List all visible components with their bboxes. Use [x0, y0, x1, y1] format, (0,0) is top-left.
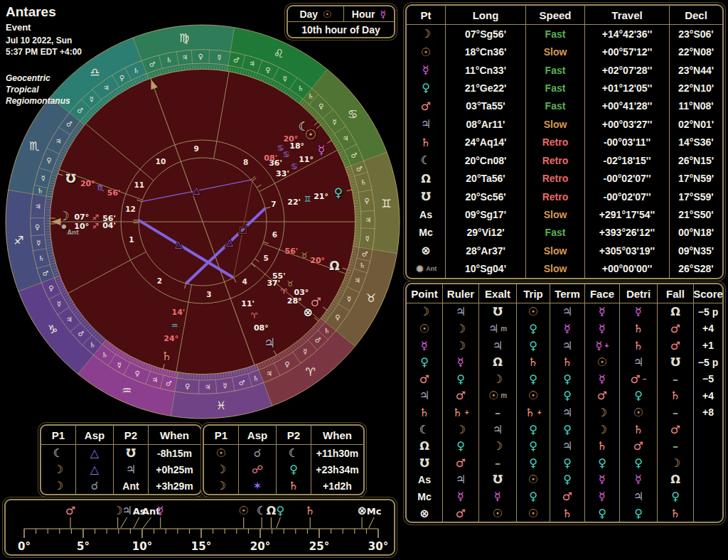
fortune-degree-label: 28°	[287, 296, 302, 306]
table-row: ☽✶♄+1d2h	[204, 478, 363, 494]
lilith-minute-label: 08'	[264, 154, 277, 163]
table-cell: ☿	[619, 471, 657, 488]
table-cell: 11°Cn33'	[445, 61, 525, 79]
table-cell: ☽	[407, 25, 445, 43]
term-glyph: ♂	[315, 336, 321, 344]
table-row: ☾20°Cn08'Retro-02°18'15''26°N15'	[407, 151, 722, 169]
table-cell: +3h29m	[148, 478, 200, 494]
mercury-icon: ☿	[380, 9, 387, 20]
table-cell: ♃	[550, 337, 584, 354]
table-row: ⊗28°Ar37'Slow+305°03'19''09°N35'	[407, 242, 722, 259]
glyph: ♃	[126, 463, 136, 476]
table-cell: 20°Sc56'	[445, 188, 525, 205]
table-cell: ☽	[442, 421, 478, 438]
table-cell: ♀	[584, 505, 619, 522]
table-cell: ♀	[516, 421, 550, 438]
table-cell: 07°Sg56'	[445, 25, 525, 43]
term-glyph: ♂	[239, 379, 245, 387]
glyph: ☾	[419, 423, 429, 436]
glyph: ☽	[216, 463, 226, 476]
table-cell: Fast	[525, 224, 584, 242]
glyph: ♃	[562, 339, 572, 352]
table-cell: 09°N35'	[669, 242, 722, 259]
table-cell: 23°N44'	[669, 61, 722, 79]
column-header-ruler: Ruler	[442, 284, 478, 303]
ant-sign-label: ♐	[92, 222, 99, 231]
house-number-8: 8	[243, 158, 248, 166]
table-cell	[693, 471, 722, 488]
glyph: ♀	[634, 389, 643, 402]
table-cell: ☌	[238, 445, 276, 461]
ruler-item-♀: ♀	[277, 504, 285, 517]
table-cell: ♄	[550, 354, 584, 371]
dignities-table: PointRulerExaltTripTermFaceDetriFallScor…	[405, 283, 724, 523]
term-glyph: ☿	[223, 382, 227, 389]
table-row: ☉☽♃m♀☿☿♄♂+4	[407, 321, 722, 338]
glyph: ♂	[419, 372, 429, 386]
glyph: ☽	[53, 479, 63, 492]
glyph: ♃	[633, 490, 643, 503]
house-number-11: 11	[134, 181, 144, 189]
table-cell: 10°Sg04'	[445, 259, 525, 277]
table-cell: △	[75, 461, 113, 478]
mercury-glyph: ☿	[318, 143, 325, 157]
glyph: ☽	[670, 456, 680, 470]
house-number-4: 4	[242, 277, 247, 286]
glyph: ♄	[562, 355, 572, 369]
table-cell: ℧	[407, 188, 445, 205]
table-cell: Ω	[407, 438, 442, 455]
glyph: ☿	[599, 473, 606, 486]
table-cell: ♃	[478, 337, 516, 354]
glyph: ♀	[422, 81, 430, 95]
venus-minute-label: 22'	[287, 198, 301, 207]
column-header-travel: Travel	[584, 6, 669, 24]
term-glyph: ♃	[343, 134, 349, 142]
saturn-sign-label: ♒	[171, 321, 178, 330]
table-row: As♃℧☉♀☿☿Ω	[407, 471, 722, 488]
glyph: ☉	[419, 322, 429, 335]
glyph: ♃	[456, 305, 466, 318]
nnode-glyph: Ω	[329, 259, 339, 273]
glyph: Ω	[670, 473, 680, 486]
table-cell: ♂	[619, 438, 657, 455]
aries-sign-icon: ♈	[306, 365, 316, 379]
table-cell: ♂	[442, 387, 478, 404]
column-header-point: Point	[407, 284, 442, 303]
table-cell: ☽	[442, 337, 478, 354]
term-glyph: ☿	[347, 295, 351, 303]
column-header-asp: Asp	[75, 426, 113, 444]
term-glyph: ♂	[356, 165, 363, 173]
glyph: △	[90, 446, 99, 460]
table-cell: Slow	[525, 115, 584, 133]
mars-sign-label: ♉	[287, 279, 294, 289]
table-cell: ♂	[407, 370, 442, 387]
house-number-2: 2	[157, 276, 162, 285]
glyph: ℧	[421, 190, 431, 203]
table-cell: ℧	[478, 471, 516, 488]
glyph: ☉	[633, 406, 643, 419]
column-header-speed: Speed	[525, 6, 584, 24]
column-header-p1: P1	[204, 426, 238, 444]
table-cell: Fast	[525, 97, 584, 115]
glyph: ℧	[419, 456, 429, 470]
glyph: ☽	[597, 406, 607, 419]
glyph: ⊗	[421, 244, 430, 257]
table-cell: 09°Sg17'	[445, 205, 525, 223]
table-cell: Retro	[525, 134, 584, 151]
day-ruler: Day ☉	[288, 6, 344, 21]
table-cell: ☽	[41, 461, 75, 478]
table-cell: Slow	[525, 242, 584, 259]
term-glyph: ♄	[166, 56, 172, 64]
glyph: ♂	[633, 439, 643, 453]
table-cell: ♃	[550, 438, 584, 455]
table-cell: ♀	[657, 488, 693, 505]
table-cell: ♄	[619, 321, 657, 338]
saturn-degree-label: 24°	[164, 334, 178, 343]
table-cell: +0h25m	[148, 461, 200, 478]
table-row: As09°Sg17'Slow+291°17'54''21°S50'	[407, 205, 722, 223]
table-cell: 03°Ta55'	[445, 97, 525, 115]
table-cell: ♃	[619, 354, 657, 371]
table-cell: ♄	[657, 387, 693, 404]
mercury-sign-label: ♋	[291, 162, 298, 171]
snode-minute-label: 56'	[107, 188, 121, 198]
